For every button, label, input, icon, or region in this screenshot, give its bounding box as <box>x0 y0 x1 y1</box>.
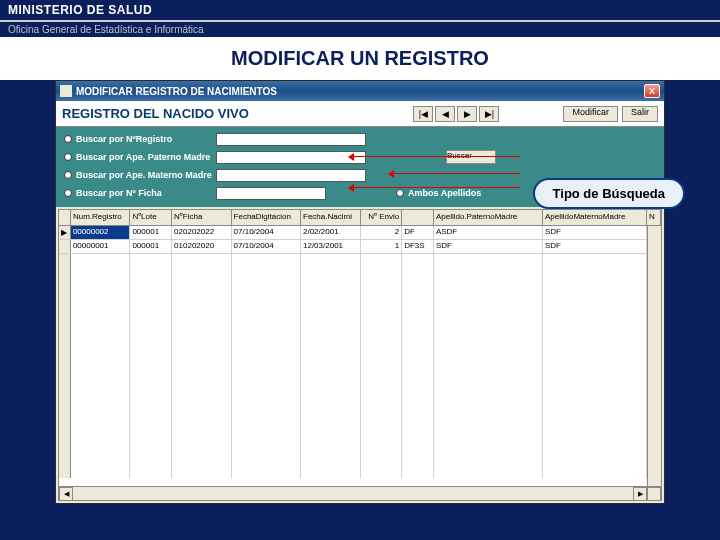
table-row <box>59 380 661 394</box>
scrollbar-horizontal[interactable]: ◀ ▶ <box>59 486 661 500</box>
table-row <box>59 254 661 268</box>
scroll-left-icon[interactable]: ◀ <box>59 487 73 501</box>
search-button[interactable]: Buscar <box>446 150 496 164</box>
table-row <box>59 310 661 324</box>
cell: 020202022 <box>172 226 232 239</box>
radio-ficha[interactable] <box>64 189 72 197</box>
cell: 2 <box>361 226 403 239</box>
callout-label: Tipo de Búsqueda <box>533 178 685 209</box>
table-row[interactable]: 00000001 000001 010202020 07/10/2004 12/… <box>59 240 661 254</box>
scroll-corner <box>647 487 661 501</box>
input-materno[interactable] <box>216 169 366 182</box>
exit-button[interactable]: Salir <box>622 106 658 122</box>
col-header[interactable]: FechaDigitacion <box>232 210 301 225</box>
app-window: MODIFICAR REGISTRO DE NACIMIENTOS X REGI… <box>55 80 665 504</box>
nav-prev-button[interactable]: ◀ <box>435 106 455 122</box>
header-bar: MINISTERIO DE SALUD <box>0 0 720 20</box>
label-ambos: Ambos Apellidos <box>408 188 481 198</box>
col-header[interactable] <box>402 210 434 225</box>
cell: 2/02/2001 <box>301 226 361 239</box>
toolbar: REGISTRO DEL NACIDO VIVO |◀ ◀ ▶ ▶| Modif… <box>56 101 664 127</box>
titlebar: MODIFICAR REGISTRO DE NACIMIENTOS X <box>56 81 664 101</box>
cell: ASDF <box>434 226 543 239</box>
radio-ambos[interactable] <box>396 189 404 197</box>
row-marker <box>59 240 71 253</box>
cell: 000001 <box>130 226 172 239</box>
office-subtitle: Oficina General de Estadística e Informá… <box>0 22 720 37</box>
ministry-title: MINISTERIO DE SALUD <box>8 3 712 17</box>
cell: DF <box>402 226 434 239</box>
table-row[interactable]: ▶ 00000002 000001 020202022 07/10/2004 2… <box>59 226 661 240</box>
nav-last-button[interactable]: ▶| <box>479 106 499 122</box>
table-row <box>59 352 661 366</box>
app-icon <box>60 85 72 97</box>
modify-button[interactable]: Modificar <box>563 106 618 122</box>
scroll-track[interactable] <box>73 487 633 500</box>
cell: 12/03/2001 <box>301 240 361 253</box>
page-title: MODIFICAR UN REGISTRO <box>0 37 720 80</box>
table-row <box>59 464 661 478</box>
cell: SDF <box>543 240 647 253</box>
cell: 00000002 <box>71 226 131 239</box>
label-ficha: Buscar por Nº Ficha <box>76 188 216 198</box>
grid-body: ▶ 00000002 000001 020202022 07/10/2004 2… <box>59 226 661 486</box>
cell: 1 <box>361 240 403 253</box>
cell: 07/10/2004 <box>232 226 301 239</box>
callout-arrow <box>350 187 520 188</box>
input-ficha[interactable] <box>216 187 326 200</box>
table-row <box>59 324 661 338</box>
table-row <box>59 450 661 464</box>
col-header[interactable]: Fecha.Nacimi <box>301 210 361 225</box>
table-row <box>59 268 661 282</box>
table-row <box>59 296 661 310</box>
window-title: MODIFICAR REGISTRO DE NACIMIENTOS <box>76 86 644 97</box>
table-row <box>59 282 661 296</box>
col-header[interactable]: N <box>647 210 661 225</box>
row-marker: ▶ <box>59 226 71 239</box>
cell: SDF <box>543 226 647 239</box>
table-row <box>59 366 661 380</box>
nav-group: |◀ ◀ ▶ ▶| <box>413 106 499 122</box>
close-button[interactable]: X <box>644 84 660 98</box>
radio-numreg[interactable] <box>64 135 72 143</box>
nav-next-button[interactable]: ▶ <box>457 106 477 122</box>
cell: 00000001 <box>71 240 131 253</box>
label-paterno: Buscar por Ape. Paterno Madre <box>76 152 216 162</box>
scroll-right-icon[interactable]: ▶ <box>633 487 647 501</box>
callout-arrow <box>350 156 520 157</box>
data-grid: Num.Registro NºLote NºFicha FechaDigitac… <box>58 209 662 501</box>
radio-paterno[interactable] <box>64 153 72 161</box>
col-header[interactable]: Apellido.PaternoMadre <box>434 210 543 225</box>
grid-header: Num.Registro NºLote NºFicha FechaDigitac… <box>59 210 661 226</box>
grid-corner <box>59 210 71 225</box>
cell: DF3S <box>402 240 434 253</box>
table-row <box>59 338 661 352</box>
cell: SDF <box>434 240 543 253</box>
input-numreg[interactable] <box>216 133 366 146</box>
col-header[interactable]: Nº Envio <box>361 210 403 225</box>
nav-first-button[interactable]: |◀ <box>413 106 433 122</box>
cell: 07/10/2004 <box>232 240 301 253</box>
col-header[interactable]: NºLote <box>130 210 172 225</box>
radio-materno[interactable] <box>64 171 72 179</box>
label-materno: Buscar por Ape. Materno Madre <box>76 170 216 180</box>
toolbar-title: REGISTRO DEL NACIDO VIVO <box>62 106 249 121</box>
cell: 010202020 <box>172 240 232 253</box>
col-header[interactable]: ApellidoMaternoMadre <box>543 210 647 225</box>
callout-arrow <box>390 173 520 174</box>
table-row <box>59 436 661 450</box>
table-row <box>59 422 661 436</box>
cell: 000001 <box>130 240 172 253</box>
label-numreg: Buscar por NºRegistro <box>76 134 216 144</box>
col-header[interactable]: NºFicha <box>172 210 232 225</box>
table-row <box>59 394 661 408</box>
col-header[interactable]: Num.Registro <box>71 210 131 225</box>
table-row <box>59 408 661 422</box>
scrollbar-vertical[interactable] <box>647 226 661 486</box>
